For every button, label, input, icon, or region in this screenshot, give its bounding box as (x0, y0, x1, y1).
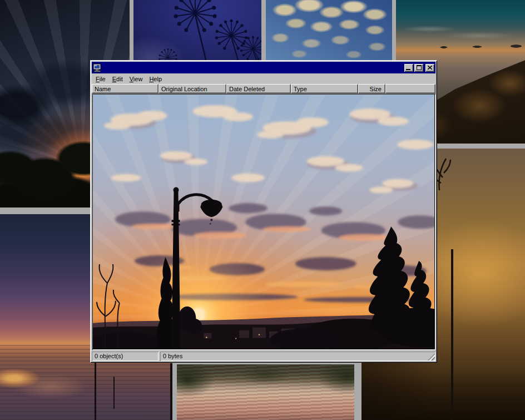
minimize-button[interactable] (404, 64, 413, 72)
water-pole (170, 363, 172, 420)
menu-help[interactable]: Help (146, 75, 165, 83)
recycle-bin-window: File Edit View Help Name Original Locati… (90, 60, 437, 363)
lamp-post-distant (451, 249, 453, 420)
column-header-size[interactable]: Size (358, 84, 385, 93)
file-list-viewport[interactable] (92, 93, 435, 350)
column-header-blank[interactable] (385, 84, 435, 93)
menu-view[interactable]: View (126, 75, 146, 83)
water-pole (95, 360, 96, 420)
column-header-original-location[interactable]: Original Location (159, 84, 226, 93)
sunset-photo (93, 95, 434, 349)
desktop: File Edit View Help Name Original Locati… (0, 0, 525, 420)
maximize-button[interactable] (414, 64, 423, 72)
status-bar: 0 object(s) 0 bytes (92, 350, 435, 361)
column-header-name[interactable]: Name (92, 84, 159, 93)
wallpaper-photo-water-reflection (177, 364, 354, 420)
menu-edit[interactable]: Edit (109, 75, 126, 83)
status-objects: 0 object(s) (92, 352, 159, 361)
column-header-row: Name Original Location Date Deleted Type… (92, 84, 435, 93)
wallpaper-photo-seed-heads (133, 0, 261, 62)
minimize-icon (406, 69, 410, 70)
close-button[interactable] (425, 64, 434, 72)
status-bytes: 0 bytes (160, 352, 435, 361)
menu-bar: File Edit View Help (92, 73, 435, 84)
computer-icon (93, 63, 102, 72)
column-header-type[interactable]: Type (291, 84, 358, 93)
wallpaper-photo-blue-sky-clouds (266, 0, 392, 62)
seed-head-silhouettes (133, 0, 261, 62)
silhouette-layer (93, 95, 434, 349)
titlebar[interactable] (92, 62, 435, 73)
water-pole (113, 377, 115, 409)
close-icon (428, 66, 432, 70)
column-header-date-deleted[interactable]: Date Deleted (226, 84, 291, 93)
menu-file[interactable]: File (92, 75, 109, 83)
maximize-icon (417, 65, 422, 70)
ripple-texture (177, 364, 354, 420)
